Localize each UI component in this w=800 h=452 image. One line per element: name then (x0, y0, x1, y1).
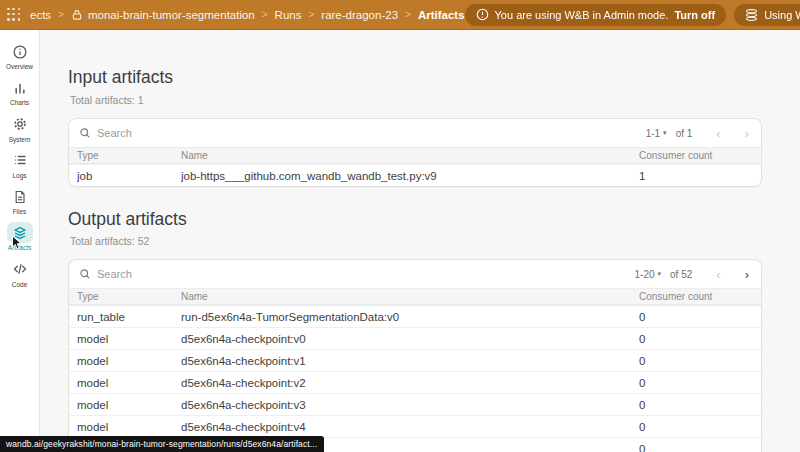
table-header: Type Name Consumer count (69, 288, 761, 305)
link-url-tooltip: wandb.ai/geekyrakshit/monai-brain-tumor-… (0, 436, 324, 452)
sidebar-item-overview[interactable]: Overview (0, 38, 39, 74)
table-row[interactable]: model d5ex6n4a-checkpoint:v3 0 (69, 393, 761, 415)
table-header: Type Name Consumer count (69, 147, 761, 164)
info-icon (7, 41, 33, 62)
breadcrumb-runs[interactable]: Runs (275, 9, 302, 21)
table-row[interactable]: model d5ex6n4a-checkpoint:v0 0 (69, 327, 761, 349)
bar-chart-icon (7, 77, 33, 98)
column-header-type: Type (77, 291, 181, 302)
cell-type: model (77, 333, 181, 345)
breadcrumb-separator: > (262, 9, 268, 20)
run-sidebar: Overview Charts System Logs (0, 30, 40, 452)
cell-name: d5ex6n4a-checkpoint:v3 (181, 399, 639, 411)
cell-name: job-https___github.com_wandb_wandb_test.… (181, 170, 639, 182)
input-artifacts-total: Total artifacts: 1 (70, 94, 144, 106)
table-row[interactable]: model d5ex6n4a-checkpoint:v4 0 (69, 415, 761, 437)
sidebar-item-label: Charts (10, 99, 29, 106)
prev-page-button[interactable]: ‹ (716, 268, 720, 281)
admin-turn-off-button[interactable]: Turn off (674, 9, 715, 21)
sidebar-item-label: Overview (6, 63, 33, 70)
apps-grid-icon[interactable] (7, 8, 21, 22)
cell-name: d5ex6n4a-checkpoint:v0 (181, 333, 639, 345)
input-artifacts-title: Input artifacts (68, 67, 173, 88)
page-size-dropdown[interactable]: 1-20 ▾ (635, 269, 662, 280)
layers-icon (7, 222, 33, 243)
pagination-total: of 1 (676, 128, 693, 139)
breadcrumb: ects > monai-brain-tumor-segmentation > … (30, 9, 465, 21)
output-artifacts-table: 1-20 ▾ of 52 ‹ › Type Name Consumer coun… (68, 259, 762, 452)
search-icon (79, 268, 91, 280)
cell-consumer-count: 0 (639, 311, 761, 323)
cell-name: d5ex6n4a-checkpoint:v2 (181, 377, 639, 389)
cell-name: run-d5ex6n4a-TumorSegmentationData:v0 (181, 311, 639, 323)
lock-icon (71, 9, 83, 21)
next-page-button[interactable]: › (745, 127, 749, 140)
page-size-dropdown[interactable]: 1-1 ▾ (646, 128, 667, 139)
artifacts-panel: Input artifacts Total artifacts: 1 1-1 ▾… (40, 30, 800, 452)
table-toolbar: 1-1 ▾ of 1 ‹ › (69, 119, 761, 147)
breadcrumb-artifacts-tab[interactable]: Artifacts (418, 9, 465, 21)
prev-page-button[interactable]: ‹ (716, 127, 720, 140)
admin-mode-banner: You are using W&B in Admin mode. Turn of… (465, 4, 727, 26)
sidebar-item-label: Logs (12, 172, 26, 179)
sidebar-item-label: System (9, 136, 31, 143)
cell-consumer-count: 0 (639, 421, 761, 433)
sidebar-item-label: Files (13, 208, 27, 215)
breadcrumb-separator: > (308, 9, 314, 20)
pagination: 1-1 ▾ of 1 ‹ › (646, 127, 749, 140)
search-icon (79, 127, 91, 139)
table-row[interactable]: model d5ex6n4a-checkpoint:v2 0 (69, 371, 761, 393)
table-row[interactable]: run_table run-d5ex6n4a-TumorSegmentation… (69, 305, 761, 327)
file-icon (7, 186, 33, 207)
search-input[interactable] (97, 268, 297, 280)
cell-consumer-count: 0 (639, 377, 761, 389)
next-page-button[interactable]: › (745, 268, 749, 281)
caret-down-icon: ▾ (658, 270, 662, 278)
cell-consumer-count: 0 (639, 443, 761, 452)
cell-type: model (77, 399, 181, 411)
column-header-consumer-count: Consumer count (639, 291, 761, 302)
table-row[interactable]: job job-https___github.com_wandb_wandb_t… (69, 164, 761, 187)
table-row[interactable]: model d5ex6n4a-checkpoint:v1 0 (69, 349, 761, 371)
input-artifacts-table: 1-1 ▾ of 1 ‹ › Type Name Consumer count … (68, 118, 762, 187)
search-input[interactable] (97, 127, 297, 139)
output-artifacts-title: Output artifacts (68, 209, 187, 230)
cell-type: job (77, 170, 181, 182)
sidebar-item-system[interactable]: System (0, 111, 39, 147)
sidebar-item-label: Code (12, 281, 28, 288)
weave-icon (745, 8, 758, 22)
pagination-total: of 52 (670, 269, 692, 280)
sidebar-item-charts[interactable]: Charts (0, 74, 39, 110)
cell-type: model (77, 355, 181, 367)
cell-consumer-count: 1 (639, 170, 761, 182)
breadcrumb-run-name[interactable]: rare-dragon-23 (321, 9, 398, 21)
sidebar-item-files[interactable]: Files (0, 183, 39, 219)
code-icon (7, 259, 33, 280)
cell-consumer-count: 0 (639, 399, 761, 411)
column-header-name: Name (181, 150, 639, 161)
breadcrumb-project[interactable]: monai-brain-tumor-segmentation (88, 9, 255, 21)
cell-name: d5ex6n4a-checkpoint:v4 (181, 421, 639, 433)
list-icon (7, 150, 33, 171)
cell-consumer-count: 0 (639, 355, 761, 367)
weave-banner: Using Weave 1.0 Turn off (734, 4, 800, 26)
cell-consumer-count: 0 (639, 333, 761, 345)
sidebar-item-code[interactable]: Code (0, 256, 39, 292)
topbar: ects > monai-brain-tumor-segmentation > … (0, 0, 800, 30)
column-header-type: Type (77, 150, 181, 161)
sidebar-item-artifacts[interactable]: Artifacts (0, 219, 39, 255)
weave-banner-text: Using Weave 1.0 (764, 9, 800, 21)
cell-type: model (77, 377, 181, 389)
sidebar-item-label: Artifacts (8, 244, 31, 251)
column-header-consumer-count: Consumer count (639, 150, 761, 161)
cell-type: run_table (77, 311, 181, 323)
admin-banner-text: You are using W&B in Admin mode. (495, 9, 669, 21)
breadcrumb-projects[interactable]: ects (30, 9, 51, 21)
caret-down-icon: ▾ (663, 129, 667, 137)
table-toolbar: 1-20 ▾ of 52 ‹ › (69, 260, 761, 288)
output-artifacts-total: Total artifacts: 52 (70, 235, 149, 247)
pagination: 1-20 ▾ of 52 ‹ › (635, 268, 749, 281)
column-header-name: Name (181, 291, 639, 302)
sidebar-item-logs[interactable]: Logs (0, 147, 39, 183)
cell-name: d5ex6n4a-checkpoint:v1 (181, 355, 639, 367)
